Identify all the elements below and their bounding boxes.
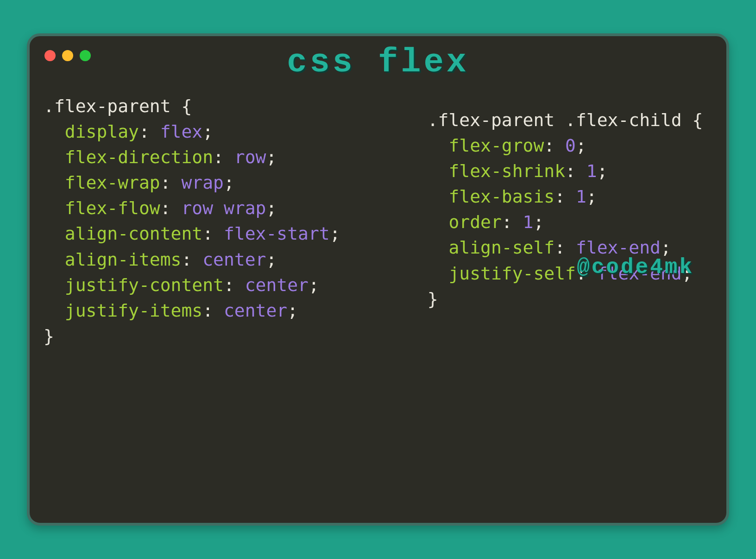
code-block-parent: .flex-parent { display: flex; flex-direc… (44, 94, 418, 349)
css-rule-parent: .flex-parent { display: flex; flex-direc… (44, 94, 418, 349)
minimize-icon[interactable] (62, 50, 73, 61)
window-controls (44, 50, 91, 61)
code-block-child: .flex-parent .flex-child { flex-grow: 0;… (428, 94, 712, 349)
zoom-icon[interactable] (80, 50, 91, 61)
code-columns: .flex-parent { display: flex; flex-direc… (44, 94, 712, 349)
css-rule-child: .flex-parent .flex-child { flex-grow: 0;… (428, 108, 712, 312)
author-handle: @code4mk (577, 255, 694, 280)
code-window: css flex .flex-parent { display: flex; f… (27, 33, 729, 526)
slide-title: css flex (44, 44, 712, 82)
close-icon[interactable] (44, 50, 56, 61)
